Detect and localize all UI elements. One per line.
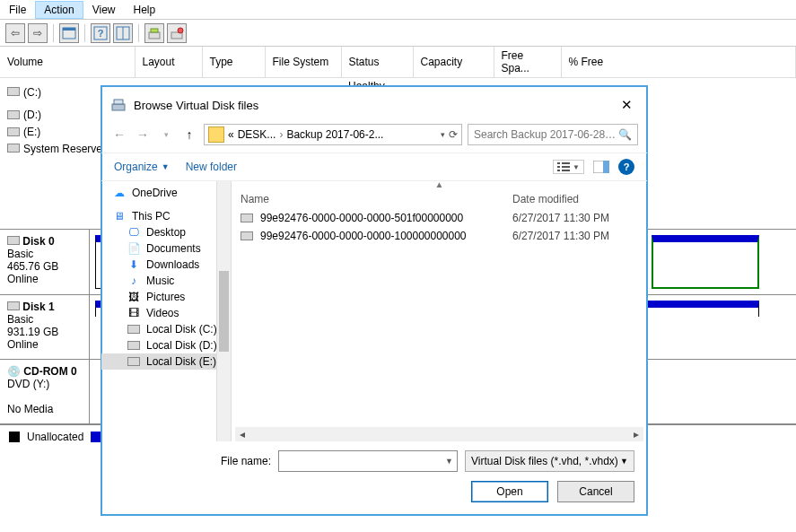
music-icon: ♪ (127, 275, 141, 287)
forward-icon: → (134, 127, 152, 142)
col-name[interactable]: Name (241, 193, 512, 205)
disk-icon (7, 301, 20, 313)
col-volume[interactable]: Volume (0, 47, 135, 78)
tree-localdisk-e[interactable]: Local Disk (E:) (101, 353, 231, 370)
partition[interactable] (652, 235, 759, 289)
close-button[interactable]: ✕ (615, 93, 638, 117)
col-type[interactable]: Type (202, 47, 265, 78)
menu-view[interactable]: View (83, 1, 125, 19)
breadcrumb-seg[interactable]: DESK... (238, 128, 276, 141)
toolbar-icon-4[interactable] (167, 23, 187, 43)
vhd-icon (241, 231, 253, 240)
file-row[interactable]: 99e92476-0000-0000-0000-100000000000 6/2… (232, 227, 647, 245)
search-input[interactable]: Search Backup 2017-06-28 06... 🔍 (468, 124, 638, 145)
search-placeholder: Search Backup 2017-06-28 06... (474, 128, 618, 141)
disk-label[interactable]: Disk 0 Basic 465.76 GB Online (0, 230, 90, 294)
tree-music[interactable]: ♪Music (101, 273, 231, 289)
svg-rect-11 (114, 100, 123, 104)
cdrom-icon: 💿 (7, 365, 21, 378)
tree-thispc[interactable]: 🖥This PC (101, 208, 231, 224)
dialog-title: Browse Virtual Disk files (134, 99, 615, 112)
preview-pane-icon[interactable] (593, 161, 609, 173)
scrollbar-thumb[interactable] (219, 271, 229, 352)
menu-action[interactable]: Action (35, 1, 83, 19)
col-layout[interactable]: Layout (135, 47, 202, 78)
drive-icon (127, 355, 141, 368)
breadcrumb-seg[interactable]: Backup 2017-06-2... (286, 128, 383, 141)
chevron-down-icon: ▼ (162, 162, 170, 171)
disk-label[interactable]: 💿 CD-ROM 0 DVD (Y:) No Media (0, 360, 90, 423)
filetype-select[interactable]: Virtual Disk files (*.vhd, *.vhdx)▼ (465, 450, 634, 472)
tree-pictures[interactable]: 🖼Pictures (101, 289, 231, 305)
toolbar-icon-1[interactable] (59, 23, 79, 43)
menu-help[interactable]: Help (125, 1, 165, 19)
drive-icon (7, 109, 20, 122)
chevron-down-icon[interactable]: ▼ (445, 457, 453, 466)
svg-point-9 (178, 28, 183, 33)
col-pct[interactable]: % Free (561, 47, 796, 78)
svg-text:?: ? (98, 28, 104, 39)
menu-file[interactable]: File (0, 1, 35, 19)
recent-dropdown-icon[interactable]: ▾ (157, 130, 175, 139)
h-scrollbar[interactable]: ◂▸ (235, 427, 643, 441)
view-options[interactable]: ▼ (553, 160, 584, 174)
app-icon (110, 97, 127, 113)
menubar: File Action View Help (0, 0, 796, 20)
pc-icon: 🖥 (112, 210, 127, 222)
breadcrumb[interactable]: « DESK... › Backup 2017-06-2... ▾⟳ (204, 124, 462, 145)
toolbar-icon-3[interactable] (144, 23, 164, 43)
back-icon[interactable]: ⇦ (5, 23, 25, 43)
scrollbar[interactable] (216, 181, 231, 441)
col-date[interactable]: Date modified (512, 193, 638, 205)
tree-downloads[interactable]: ⬇Downloads (101, 257, 231, 273)
drive-icon (127, 323, 141, 336)
tree-localdisk-d[interactable]: Local Disk (D:) (101, 337, 231, 353)
organize-menu[interactable]: Organize ▼ (114, 161, 170, 173)
svg-rect-14 (557, 170, 560, 171)
help-icon[interactable]: ? (91, 23, 110, 43)
pictures-icon: 🖼 (127, 291, 141, 303)
tree-onedrive[interactable]: ☁OneDrive (101, 185, 231, 201)
scroll-left-icon[interactable]: ◂ (235, 428, 249, 440)
downloads-icon: ⬇ (127, 258, 141, 271)
nav-tree: ☁OneDrive 🖥This PC 🖵Desktop 📄Documents ⬇… (101, 181, 232, 441)
col-fs[interactable]: File System (265, 47, 341, 78)
col-free[interactable]: Free Spa... (494, 47, 561, 78)
list-view-icon (557, 161, 570, 172)
chevron-down-icon: ▼ (573, 163, 580, 171)
up-icon[interactable]: ↑ (180, 127, 198, 142)
disk-label[interactable]: Disk 1 Basic 931.19 GB Online (0, 295, 90, 359)
drive-icon (127, 339, 141, 352)
cancel-button[interactable]: Cancel (557, 481, 634, 502)
open-button[interactable]: Open (471, 481, 548, 502)
col-capacity[interactable]: Capacity (413, 47, 494, 78)
svg-rect-16 (562, 166, 570, 168)
tree-desktop[interactable]: 🖵Desktop (101, 224, 231, 240)
svg-rect-15 (562, 162, 570, 164)
svg-rect-10 (112, 104, 125, 110)
forward-icon[interactable]: ⇨ (28, 23, 48, 43)
help-icon[interactable]: ? (618, 159, 634, 175)
toolbar-icon-2[interactable] (113, 23, 133, 43)
tree-videos[interactable]: 🎞Videos (101, 305, 231, 321)
scroll-right-icon[interactable]: ▸ (629, 428, 643, 440)
file-row[interactable]: 99e92476-0000-0000-0000-501f00000000 6/2… (232, 209, 647, 227)
refresh-icon[interactable]: ⟳ (449, 128, 458, 141)
chevron-down-icon[interactable]: ▾ (441, 130, 445, 139)
file-open-dialog: Browse Virtual Disk files ✕ ← → ▾ ↑ « DE… (101, 85, 648, 516)
filename-input[interactable]: ▼ (278, 450, 458, 472)
chevron-down-icon: ▼ (620, 457, 628, 466)
desktop-icon: 🖵 (127, 226, 141, 239)
file-list: ▲ Name Date modified 99e92476-0000-0000-… (232, 181, 647, 441)
col-status[interactable]: Status (341, 47, 413, 78)
tree-documents[interactable]: 📄Documents (101, 240, 231, 257)
search-icon: 🔍 (618, 128, 632, 141)
svg-rect-7 (151, 29, 158, 32)
filename-label: File name: (114, 455, 271, 467)
new-folder-button[interactable]: New folder (186, 161, 237, 173)
sort-indicator-icon: ▲ (232, 181, 647, 189)
tree-localdisk-c[interactable]: Local Disk (C:) (101, 321, 231, 337)
svg-rect-17 (562, 170, 570, 171)
vhd-icon (241, 214, 253, 222)
back-icon[interactable]: ← (110, 127, 128, 142)
